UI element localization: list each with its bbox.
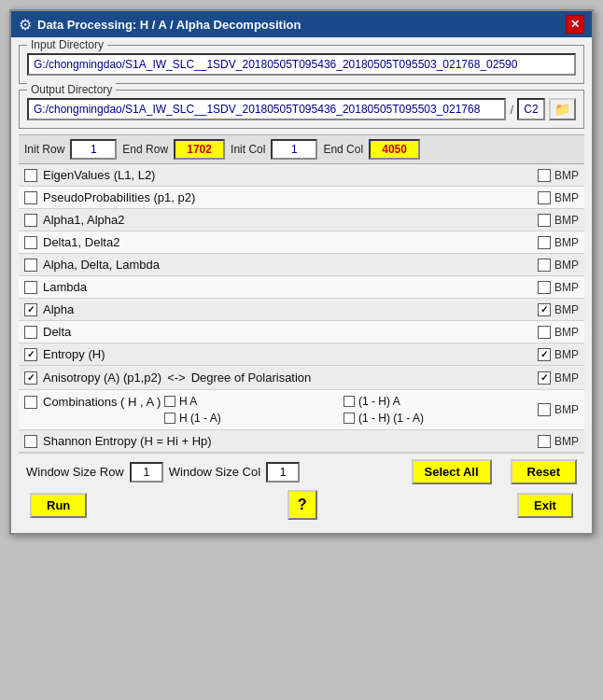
bmp-checkbox-entropy[interactable]	[538, 348, 551, 361]
combo-checkbox-0[interactable]	[164, 396, 175, 407]
init-col-label: Init Col	[231, 143, 265, 156]
folder-browse-button[interactable]: 📁	[549, 98, 576, 120]
option-row-lambda: LambdaBMP	[19, 276, 584, 299]
checkbox-eigenvalues[interactable]	[24, 169, 37, 182]
reset-button[interactable]: Reset	[511, 459, 577, 484]
exit-button[interactable]: Exit	[517, 493, 573, 518]
bmp-label-alpha1alpha2: BMP	[554, 214, 579, 227]
bmp-checkbox-combinations[interactable]	[538, 403, 551, 416]
option-row-delta1delta2: Delta1, Delta2BMP	[19, 231, 584, 254]
combo-checkbox-3[interactable]	[344, 413, 355, 424]
main-window: ⚙ Data Processing: H / A / Alpha Decompo…	[9, 9, 594, 535]
checkbox-pseudoprob[interactable]	[24, 191, 37, 204]
window-title: Data Processing: H / A / Alpha Decomposi…	[37, 18, 301, 32]
option-label-alpha1alpha2: Alpha1, Alpha2	[43, 213, 124, 227]
input-dir-field[interactable]	[27, 53, 576, 76]
combo-checkbox-1[interactable]	[344, 396, 355, 407]
help-button[interactable]: ?	[287, 490, 317, 520]
combo-options-grid: H A(1 - H) AH (1 - A)(1 - H) (1 - A)	[164, 395, 504, 425]
option-row-pseudoprob: PseudoProbabilities (p1, p2)BMP	[19, 187, 584, 209]
bmp-label-shannon: BMP	[554, 435, 579, 448]
option-label-entropy: Entropy (H)	[43, 347, 105, 361]
window-body: Input Directory Output Directory / C2 📁 …	[11, 37, 592, 533]
combinations-label: Combinations ( H , A )	[43, 395, 161, 409]
select-all-button[interactable]: Select All	[412, 459, 492, 484]
option-label-pseudoprob: PseudoProbabilities (p1, p2)	[43, 190, 195, 204]
window-size-row: Window Size Row Window Size Col Select A…	[26, 459, 577, 484]
init-row-label: Init Row	[24, 143, 64, 156]
combo-option-label-1: (1 - H) A	[358, 395, 400, 408]
checkbox-entropy[interactable]	[24, 348, 37, 361]
option-label-lambda: Lambda	[43, 280, 87, 294]
bmp-label-alphadelta: BMP	[554, 259, 579, 272]
output-dir-field[interactable]	[27, 98, 506, 120]
checkbox-alpha[interactable]	[24, 303, 37, 316]
bmp-label-anisotropy: BMP	[554, 371, 579, 385]
options-list: EigenValues (L1, L2)BMPPseudoProbabiliti…	[19, 164, 584, 453]
bmp-checkbox-eigenvalues[interactable]	[538, 169, 551, 182]
option-label-delta: Delta	[43, 325, 71, 339]
checkbox-shannon[interactable]	[24, 435, 37, 448]
combo-option-0: H A	[164, 395, 325, 408]
ws-col-label: Window Size Col	[169, 465, 260, 479]
checkbox-alpha1alpha2[interactable]	[24, 214, 37, 227]
combo-option-1: (1 - H) A	[344, 395, 504, 408]
end-col-input[interactable]	[369, 139, 420, 160]
end-row-input[interactable]	[174, 139, 225, 160]
bmp-label-alpha: BMP	[554, 303, 579, 316]
combo-checkbox-2[interactable]	[164, 413, 175, 424]
bmp-checkbox-alpha[interactable]	[538, 303, 551, 316]
option-label-delta1delta2: Delta1, Delta2	[43, 235, 119, 249]
bmp-checkbox-alphadelta[interactable]	[538, 259, 551, 272]
title-bar-left: ⚙ Data Processing: H / A / Alpha Decompo…	[19, 16, 301, 34]
bmp-checkbox-alpha1alpha2[interactable]	[538, 214, 551, 227]
app-icon: ⚙	[19, 16, 32, 34]
output-dir-label: Output Directory	[27, 83, 116, 96]
bmp-checkbox-anisotropy[interactable]	[538, 371, 551, 385]
bmp-checkbox-lambda[interactable]	[538, 281, 551, 294]
bmp-label-combinations: BMP	[554, 403, 579, 416]
run-button[interactable]: Run	[30, 493, 87, 518]
init-row-input[interactable]	[70, 139, 117, 160]
combo-option-label-2: H (1 - A)	[179, 412, 221, 425]
checkbox-delta[interactable]	[24, 326, 37, 339]
init-col-input[interactable]	[271, 139, 317, 160]
option-row-delta: DeltaBMP	[19, 321, 584, 343]
input-dir-group: Input Directory	[19, 45, 584, 84]
ws-row-label: Window Size Row	[26, 465, 124, 479]
bottom-bar: Window Size Row Window Size Col Select A…	[19, 453, 584, 525]
ws-row-input[interactable]	[130, 462, 163, 483]
checkbox-lambda[interactable]	[24, 281, 37, 294]
option-row-eigenvalues: EigenValues (L1, L2)BMP	[19, 164, 584, 187]
anisotropy-row: Anisotropy (A) (p1,p2) <-> Degree of Pol…	[19, 366, 584, 390]
ws-col-input[interactable]	[266, 462, 300, 483]
option-row-entropy: Entropy (H)BMP	[19, 343, 584, 366]
checkbox-alphadelta[interactable]	[24, 259, 37, 272]
output-dir-row: / C2 📁	[27, 98, 576, 120]
end-row-label: End Row	[122, 143, 168, 156]
bmp-label-lambda: BMP	[554, 281, 579, 294]
checkbox-delta1delta2[interactable]	[24, 236, 37, 249]
bmp-label-eigenvalues: BMP	[554, 169, 579, 182]
combinations-row: Combinations ( H , A )H A(1 - H) AH (1 -…	[19, 390, 584, 430]
combo-option-label-3: (1 - H) (1 - A)	[358, 412, 424, 425]
bmp-label-delta1delta2: BMP	[554, 236, 579, 249]
bmp-checkbox-delta[interactable]	[538, 326, 551, 339]
combo-option-2: H (1 - A)	[164, 412, 325, 425]
close-button[interactable]: ✕	[566, 15, 584, 34]
output-dir-group: Output Directory / C2 📁	[19, 90, 584, 129]
checkbox-anisotropy[interactable]	[24, 371, 37, 385]
subfolder-label: C2	[517, 98, 545, 120]
checkbox-combinations[interactable]	[24, 396, 37, 409]
option-row-alpha1alpha2: Alpha1, Alpha2BMP	[19, 209, 584, 231]
option-label-alphadelta: Alpha, Delta, Lambda	[43, 258, 160, 272]
anisotropy-arrow: <->	[167, 371, 186, 385]
option-row-alphadelta: Alpha, Delta, LambdaBMP	[19, 254, 584, 276]
bmp-checkbox-delta1delta2[interactable]	[538, 236, 551, 249]
option-label-alpha: Alpha	[43, 302, 74, 316]
bmp-checkbox-pseudoprob[interactable]	[538, 191, 551, 204]
combo-option-3: (1 - H) (1 - A)	[344, 412, 504, 425]
anisotropy-label-left: Anisotropy (A) (p1,p2)	[43, 371, 161, 385]
bmp-checkbox-shannon[interactable]	[538, 435, 551, 448]
shannon-row: Shannon Entropy (H = Hi + Hp)BMP	[19, 430, 584, 453]
